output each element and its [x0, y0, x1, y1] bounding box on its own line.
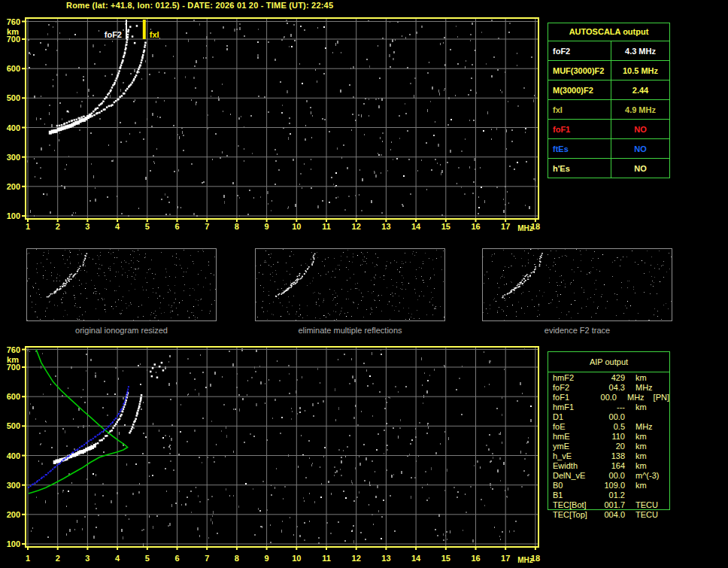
- autoscala-row-m3000f2: M(3000)F22.44: [548, 80, 669, 99]
- svg-text:km: km: [7, 355, 19, 364]
- svg-text:200: 200: [7, 510, 20, 519]
- svg-text:7: 7: [205, 554, 209, 563]
- aip-unit: km: [635, 461, 647, 471]
- aip-label: TEC[Top]: [548, 510, 595, 520]
- thumbnail-multiple-reflections-image: [256, 249, 444, 320]
- aip-value: ---: [595, 402, 625, 412]
- aip-table: AIP output hmF2429kmfoF204.3MHzfoF100.0M…: [548, 351, 670, 510]
- autoscala-param-label: M(3000)F2: [548, 80, 611, 99]
- aip-label: D1: [548, 412, 595, 422]
- autoscala-row-ftes: ftEsNO: [548, 138, 669, 158]
- svg-text:17: 17: [501, 222, 510, 231]
- svg-text:km: km: [7, 27, 19, 36]
- autoscala-table-title: AUTOSCALA output: [548, 23, 669, 41]
- svg-text:11: 11: [322, 222, 331, 231]
- svg-text:1: 1: [26, 554, 30, 563]
- svg-text:600: 600: [7, 392, 20, 401]
- autoscala-window: Rome (lat: +41.8, lon: 012.5) - DATE: 20…: [0, 0, 728, 568]
- aip-label: B0: [548, 481, 595, 491]
- aip-value: 138: [595, 451, 625, 461]
- aip-unit: km: [635, 432, 647, 442]
- aip-row-fof2: foF204.3MHz: [548, 383, 669, 393]
- svg-text:14: 14: [411, 554, 421, 563]
- aip-unit: km: [635, 373, 647, 383]
- aip-value: 110: [595, 432, 625, 442]
- svg-text:MHz: MHz: [517, 224, 533, 232]
- aip-label: foE: [548, 422, 595, 432]
- svg-text:13: 13: [381, 222, 390, 231]
- aip-unit: km: [635, 402, 647, 412]
- aip-value: 429: [595, 373, 625, 383]
- aip-row-fof1: foF100.0MHz[PN]: [548, 393, 669, 402]
- aip-value: 001.7: [595, 500, 625, 510]
- autoscala-table: AUTOSCALA output foF24.3 MHzMUF(3000)F21…: [548, 23, 670, 178]
- aip-label: DelN_vE: [548, 471, 595, 481]
- autoscala-param-label: h'Es: [548, 159, 611, 178]
- bottom-ionogram-plot: 100200300400500600700760km12345678910111…: [0, 339, 553, 568]
- aip-row-b0: B0109.0km: [548, 481, 669, 491]
- svg-text:16: 16: [471, 222, 480, 231]
- thumbnail-reflections-label: eliminate multiple reflections: [255, 326, 445, 335]
- svg-text:200: 200: [7, 182, 20, 191]
- svg-text:600: 600: [7, 64, 20, 73]
- svg-text:12: 12: [352, 554, 361, 563]
- aip-label: hmF1: [548, 402, 595, 412]
- svg-text:760: 760: [7, 17, 20, 26]
- aip-label: B1: [548, 491, 595, 500]
- thumbnail-original-label: original ionogram resized: [26, 326, 217, 335]
- autoscala-param-label: fxI: [548, 100, 611, 119]
- svg-text:400: 400: [7, 451, 20, 460]
- svg-text:4: 4: [115, 222, 120, 231]
- aip-row-hme: hmE110km: [548, 432, 669, 442]
- autoscala-row-fof2: foF24.3 MHz: [548, 41, 669, 60]
- aip-value: 20: [595, 442, 625, 451]
- aip-value: 109.0: [595, 481, 625, 491]
- autoscala-row-muf3000f2: MUF(3000)F210.5 MHz: [548, 60, 669, 80]
- svg-text:300: 300: [7, 153, 20, 162]
- aip-label: foF1: [548, 393, 590, 402]
- svg-text:7: 7: [205, 222, 209, 231]
- aip-row-yme: ymE20km: [548, 442, 669, 451]
- aip-row-hve: h_vE138km: [548, 451, 669, 461]
- aip-unit: MHz: [627, 393, 645, 402]
- aip-value: 01.2: [595, 491, 625, 500]
- svg-text:17: 17: [501, 554, 510, 563]
- autoscala-param-label: foF1: [548, 120, 611, 138]
- autoscala-param-value: 4.3 MHz: [611, 41, 669, 60]
- thumbnail-original-ionogram: [26, 248, 217, 321]
- aip-row-tectop: TEC[Top]004.0TECU: [548, 510, 669, 520]
- svg-text:15: 15: [441, 554, 450, 563]
- svg-text:100: 100: [7, 211, 20, 220]
- aip-value: 00.0: [590, 393, 617, 402]
- svg-text:3: 3: [85, 554, 89, 563]
- thumbnail-f2-trace-image: [483, 249, 672, 320]
- svg-text:400: 400: [7, 123, 20, 132]
- svg-text:2: 2: [56, 554, 60, 563]
- page-title: Rome (lat: +41.8, lon: 012.5) - DATE: 20…: [66, 1, 333, 10]
- svg-text:8: 8: [235, 554, 239, 563]
- svg-text:11: 11: [322, 554, 331, 563]
- aip-label: hmF2: [548, 373, 595, 383]
- aip-row-b1: B101.2: [548, 491, 669, 500]
- autoscala-param-value: NO: [611, 159, 669, 178]
- aip-value: 0.5: [595, 422, 625, 432]
- top-ionogram-plot: 100200300400500600700760km12345678910111…: [0, 11, 553, 245]
- aip-row-foe: foE0.5MHz: [548, 422, 669, 432]
- svg-text:10: 10: [292, 222, 301, 231]
- autoscala-param-value: NO: [611, 120, 669, 138]
- aip-label: Ewidth: [548, 461, 595, 471]
- aip-label: foF2: [548, 383, 595, 393]
- svg-text:500: 500: [7, 93, 20, 102]
- autoscala-row-hes: h'EsNO: [548, 158, 669, 178]
- svg-text:5: 5: [145, 554, 150, 563]
- autoscala-row-fxi: fxI4.9 MHz: [548, 99, 669, 119]
- svg-text:700: 700: [7, 35, 20, 44]
- aip-unit: km: [635, 442, 647, 451]
- aip-unit: km: [635, 481, 647, 491]
- svg-text:foF2: foF2: [105, 30, 122, 39]
- svg-text:500: 500: [7, 421, 20, 430]
- aip-table-rows: hmF2429kmfoF204.3MHzfoF100.0MHz[PN]hmF1-…: [548, 373, 669, 520]
- svg-text:9: 9: [265, 554, 269, 563]
- svg-text:13: 13: [381, 554, 390, 563]
- svg-text:14: 14: [411, 222, 421, 231]
